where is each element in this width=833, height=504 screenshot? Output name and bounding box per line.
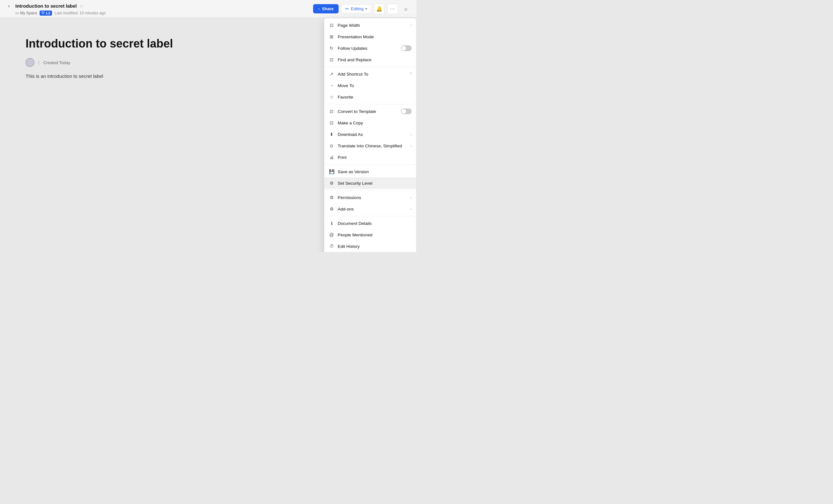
menu-item-save-version[interactable]: 💾Save as Version <box>324 166 416 177</box>
menu-item-left-presentation-mode: ⊞Presentation Mode <box>329 34 374 40</box>
menu-item-page-width[interactable]: ⊡Page Width› <box>324 20 416 31</box>
menu-item-make-copy[interactable]: ⊡Make a Copy <box>324 117 416 129</box>
notifications-button[interactable]: 🔔 <box>374 3 385 14</box>
menu-item-edit-history[interactable]: ⏱Edit History <box>324 241 416 252</box>
menu-item-print[interactable]: 🖨Print <box>324 152 416 163</box>
title-row: ‹ Introduction to secret label ☆ <box>5 2 105 10</box>
menu-divider <box>324 104 416 104</box>
search-button[interactable]: ⌕ <box>401 3 411 14</box>
menu-divider <box>324 216 416 216</box>
menu-icon-people-mentioned: @ <box>329 232 334 238</box>
menu-icon-favorite: ☆ <box>329 94 334 100</box>
menu-icon-add-ons: ⚙ <box>329 206 334 212</box>
menu-label-permissions: Permissions <box>338 195 361 200</box>
share-icon: ↑ <box>318 6 320 11</box>
menu-label-save-version: Save as Version <box>338 169 369 174</box>
header-left: ‹ Introduction to secret label ☆ ▭ My Sp… <box>5 2 105 16</box>
favorite-star-icon[interactable]: ☆ <box>79 3 84 8</box>
more-options-button[interactable]: ··· <box>387 3 398 14</box>
menu-item-left-page-width: ⊡Page Width <box>329 22 360 28</box>
share-button[interactable]: ↑ Share <box>313 4 339 14</box>
toggle-follow-updates[interactable] <box>401 45 412 51</box>
chevron-right-icon: › <box>410 144 412 148</box>
menu-item-left-favorite: ☆Favorite <box>329 94 353 100</box>
menu-item-left-set-security: ⚙Set Security Level <box>329 180 373 186</box>
help-icon: ? <box>409 72 412 76</box>
menu-item-presentation-mode[interactable]: ⊞Presentation Mode <box>324 31 416 43</box>
menu-item-left-translate: ⊙Translate Into Chinese, Simplified <box>329 143 402 149</box>
menu-item-left-move-to: →Move To <box>329 83 354 89</box>
back-button[interactable]: ‹ <box>5 2 13 10</box>
menu-item-convert-template[interactable]: ⊡Convert to Template <box>324 106 416 117</box>
chevron-right-icon: › <box>410 196 412 199</box>
menu-icon-page-width: ⊡ <box>329 22 334 28</box>
menu-item-download-as[interactable]: ⬇Download As› <box>324 129 416 140</box>
menu-item-favorite[interactable]: ☆Favorite <box>324 91 416 103</box>
chevron-right-icon: › <box>410 132 412 136</box>
menu-item-permissions[interactable]: ⚙Permissions› <box>324 192 416 203</box>
menu-icon-set-security: ⚙ <box>329 180 334 186</box>
menu-label-document-details: Document Details <box>338 221 372 226</box>
space-label: My Space <box>20 11 37 15</box>
menu-item-people-mentioned[interactable]: @People Mentioned <box>324 229 416 241</box>
menu-item-add-shortcut[interactable]: ↗Add Shortcut To? <box>324 68 416 80</box>
header-right: ↑ Share ✏ Editing ▾ 🔔 ··· ⌕ <box>313 3 411 14</box>
menu-item-left-add-ons: ⚙Add-ons <box>329 206 354 212</box>
menu-item-move-to[interactable]: →Move To <box>324 80 416 91</box>
menu-icon-document-details: ℹ <box>329 221 334 226</box>
folder-icon: ▭ <box>15 11 19 15</box>
menu-item-left-download-as: ⬇Download As <box>329 131 363 137</box>
ellipsis-icon: ··· <box>390 6 395 12</box>
menu-label-favorite: Favorite <box>338 95 353 100</box>
meta-divider: | <box>38 60 40 65</box>
dropdown-menu: ⊡Page Width›⊞Presentation Mode↻Follow Up… <box>324 18 416 252</box>
toggle-convert-template[interactable] <box>401 108 412 114</box>
menu-icon-print: 🖨 <box>329 154 334 160</box>
menu-icon-convert-template: ⊡ <box>329 108 334 114</box>
menu-item-set-security[interactable]: ⚙Set Security Level <box>324 177 416 189</box>
avatar <box>26 58 34 67</box>
menu-item-left-find-replace: ⊡Find and Replace <box>329 57 372 62</box>
menu-label-set-security: Set Security Level <box>338 181 373 186</box>
menu-icon-follow-updates: ↻ <box>329 45 334 51</box>
menu-icon-find-replace: ⊡ <box>329 57 334 62</box>
menu-icon-presentation-mode: ⊞ <box>329 34 334 40</box>
menu-label-convert-template: Convert to Template <box>338 109 376 114</box>
menu-item-left-save-version: 💾Save as Version <box>329 169 369 175</box>
menu-item-left-edit-history: ⏱Edit History <box>329 244 360 249</box>
breadcrumb[interactable]: ▭ My Space <box>15 11 37 15</box>
menu-label-download-as: Download As <box>338 132 363 137</box>
menu-item-left-add-shortcut: ↗Add Shortcut To <box>329 71 368 77</box>
menu-label-find-replace: Find and Replace <box>338 57 372 62</box>
menu-item-translate[interactable]: ⊙Translate Into Chinese, Simplified› <box>324 140 416 152</box>
editing-button[interactable]: ✏ Editing ▾ <box>341 4 371 14</box>
menu-item-add-ons[interactable]: ⚙Add-ons› <box>324 203 416 215</box>
header-meta: ▭ My Space 🛡 L3 Last modified: 10 minute… <box>15 10 105 16</box>
created-label: Created Today <box>43 60 70 65</box>
menu-divider <box>324 190 416 191</box>
menu-item-find-replace[interactable]: ⊡Find and Replace <box>324 54 416 66</box>
menu-item-left-people-mentioned: @People Mentioned <box>329 232 373 238</box>
menu-label-people-mentioned: People Mentioned <box>338 232 373 237</box>
menu-icon-make-copy: ⊡ <box>329 120 334 126</box>
menu-icon-add-shortcut: ↗ <box>329 71 334 77</box>
menu-divider <box>324 164 416 165</box>
shield-icon: 🛡 <box>42 11 45 15</box>
security-badge: 🛡 L3 <box>40 10 52 16</box>
menu-icon-translate: ⊙ <box>329 143 334 149</box>
menu-label-follow-updates: Follow Updates <box>338 46 367 51</box>
menu-item-left-document-details: ℹDocument Details <box>329 221 372 226</box>
menu-icon-edit-history: ⏱ <box>329 244 334 249</box>
menu-item-document-details[interactable]: ℹDocument Details <box>324 218 416 229</box>
menu-item-left-make-copy: ⊡Make a Copy <box>329 120 363 126</box>
document-title: Introduction to secret label <box>15 3 77 8</box>
menu-item-follow-updates[interactable]: ↻Follow Updates <box>324 43 416 54</box>
menu-label-make-copy: Make a Copy <box>338 121 363 125</box>
modified-timestamp: Last modified: 10 minutes ago <box>54 11 105 15</box>
menu-item-left-follow-updates: ↻Follow Updates <box>329 45 367 51</box>
security-level: L3 <box>46 11 50 15</box>
search-icon: ⌕ <box>404 6 408 12</box>
chevron-right-icon: › <box>410 23 412 27</box>
menu-label-page-width: Page Width <box>338 23 360 28</box>
menu-label-move-to: Move To <box>338 83 354 88</box>
